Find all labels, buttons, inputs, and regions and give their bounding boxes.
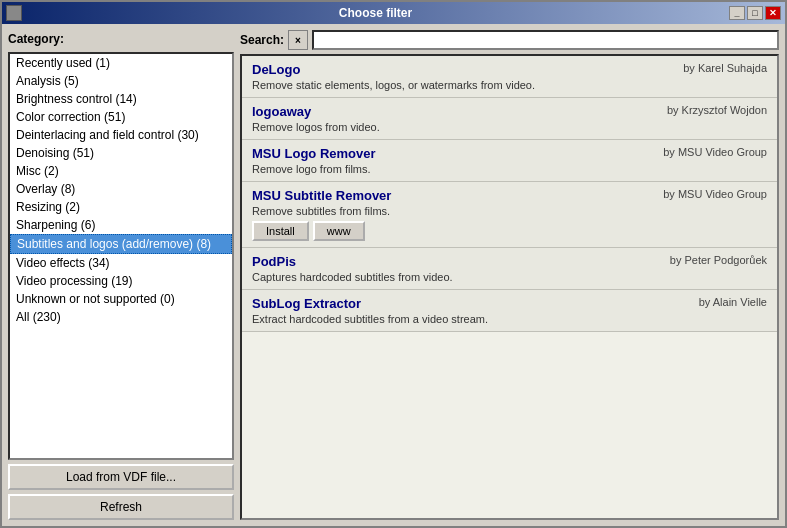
window-title: Choose filter — [22, 6, 729, 20]
category-item[interactable]: Misc (2) — [10, 162, 232, 180]
filter-description: Remove subtitles from films. — [252, 205, 767, 217]
filter-author: by MSU Video Group — [663, 146, 767, 158]
category-item[interactable]: Color correction (51) — [10, 108, 232, 126]
bottom-buttons: Load from VDF file... Refresh — [8, 464, 234, 520]
filter-name: SubLog Extractor — [252, 296, 361, 311]
right-panel: Search: × DeLogoby Karel SuhajdaRemove s… — [240, 30, 779, 520]
maximize-button[interactable]: □ — [747, 6, 763, 20]
refresh-button[interactable]: Refresh — [8, 494, 234, 520]
category-item[interactable]: Video processing (19) — [10, 272, 232, 290]
filter-description: Extract hardcoded subtitles from a video… — [252, 313, 767, 325]
filter-header: logoawayby Krzysztof Wojdon — [252, 104, 767, 119]
category-item[interactable]: Analysis (5) — [10, 72, 232, 90]
filter-description: Remove logo from films. — [252, 163, 767, 175]
www-button[interactable]: www — [313, 221, 365, 241]
category-item[interactable]: Overlay (8) — [10, 180, 232, 198]
category-item[interactable]: Denoising (51) — [10, 144, 232, 162]
category-item[interactable]: Recently used (1) — [10, 54, 232, 72]
filter-list[interactable]: DeLogoby Karel SuhajdaRemove static elem… — [240, 54, 779, 520]
filter-description: Remove static elements, logos, or waterm… — [252, 79, 767, 91]
filter-item: SubLog Extractorby Alain VielleExtract h… — [242, 290, 777, 332]
filter-description: Remove logos from video. — [252, 121, 767, 133]
search-input[interactable] — [312, 30, 779, 50]
filter-header: DeLogoby Karel Suhajda — [252, 62, 767, 77]
filter-author: by Karel Suhajda — [683, 62, 767, 74]
filter-description: Captures hardcoded subtitles from video. — [252, 271, 767, 283]
filter-name: MSU Subtitle Remover — [252, 188, 391, 203]
titlebar: Choose filter _ □ ✕ — [2, 2, 785, 24]
filter-header: PodPisby Peter Podgorůek — [252, 254, 767, 269]
main-window: Choose filter _ □ ✕ Category: Recently u… — [0, 0, 787, 528]
filter-item: DeLogoby Karel SuhajdaRemove static elem… — [242, 56, 777, 98]
search-bar: Search: × — [240, 30, 779, 50]
left-panel: Category: Recently used (1)Analysis (5)B… — [8, 30, 234, 520]
filter-item: logoawayby Krzysztof WojdonRemove logos … — [242, 98, 777, 140]
filter-name: DeLogo — [252, 62, 300, 77]
filter-name: MSU Logo Remover — [252, 146, 376, 161]
search-label: Search: — [240, 33, 284, 47]
category-item[interactable]: Brightness control (14) — [10, 90, 232, 108]
filter-author: by MSU Video Group — [663, 188, 767, 200]
category-item[interactable]: Subtitles and logos (add/remove) (8) — [10, 234, 232, 254]
filter-item: MSU Subtitle Removerby MSU Video GroupRe… — [242, 182, 777, 248]
window-icon — [6, 5, 22, 21]
install-button[interactable]: Install — [252, 221, 309, 241]
category-item[interactable]: Video effects (34) — [10, 254, 232, 272]
filter-header: SubLog Extractorby Alain Vielle — [252, 296, 767, 311]
filter-header: MSU Subtitle Removerby MSU Video Group — [252, 188, 767, 203]
minimize-button[interactable]: _ — [729, 6, 745, 20]
filter-name: logoaway — [252, 104, 311, 119]
filter-author: by Alain Vielle — [699, 296, 767, 308]
close-button[interactable]: ✕ — [765, 6, 781, 20]
category-item[interactable]: Resizing (2) — [10, 198, 232, 216]
category-list[interactable]: Recently used (1)Analysis (5)Brightness … — [8, 52, 234, 460]
category-item[interactable]: Deinterlacing and field control (30) — [10, 126, 232, 144]
filter-name: PodPis — [252, 254, 296, 269]
category-item[interactable]: Sharpening (6) — [10, 216, 232, 234]
filter-header: MSU Logo Removerby MSU Video Group — [252, 146, 767, 161]
filter-item: PodPisby Peter PodgorůekCaptures hardcod… — [242, 248, 777, 290]
load-vdf-button[interactable]: Load from VDF file... — [8, 464, 234, 490]
search-clear-button[interactable]: × — [288, 30, 308, 50]
filter-author: by Krzysztof Wojdon — [667, 104, 767, 116]
titlebar-buttons: _ □ ✕ — [729, 6, 781, 20]
filter-author: by Peter Podgorůek — [670, 254, 767, 266]
category-item[interactable]: Unknown or not supported (0) — [10, 290, 232, 308]
content-area: Category: Recently used (1)Analysis (5)B… — [2, 24, 785, 526]
filter-actions: Installwww — [252, 221, 767, 241]
category-label: Category: — [8, 30, 234, 48]
category-item[interactable]: All (230) — [10, 308, 232, 326]
filter-item: MSU Logo Removerby MSU Video GroupRemove… — [242, 140, 777, 182]
